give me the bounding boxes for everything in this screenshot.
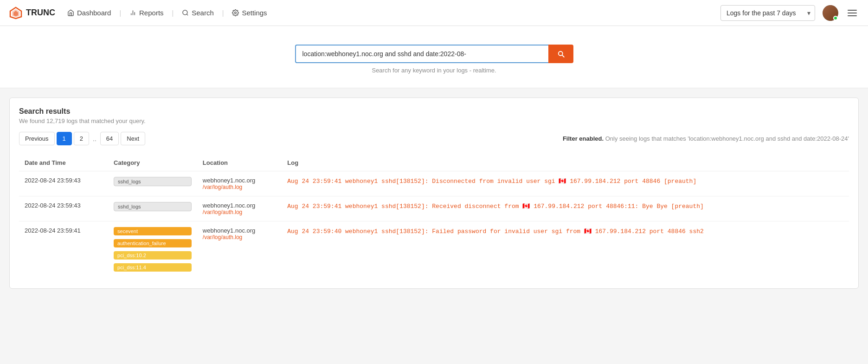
- brand-name: TRUNC: [26, 8, 55, 18]
- nav-item-reports[interactable]: Reports: [127, 7, 167, 19]
- logs-dropdown-wrap[interactable]: Logs for the past 7 days Logs for the pa…: [720, 5, 815, 21]
- logo-icon: [9, 6, 22, 20]
- location-path[interactable]: /var/log/auth.log: [203, 184, 276, 190]
- cell-location: webhoney1.noc.org/var/log/auth.log: [197, 221, 282, 280]
- prev-button[interactable]: Previous: [19, 132, 55, 145]
- cell-log: Aug 24 23:59:41 webhoney1 sshd[138152]: …: [282, 171, 849, 196]
- location-main: webhoney1.noc.org: [203, 202, 276, 209]
- search-icon: [182, 9, 189, 16]
- search-button[interactable]: [548, 45, 573, 63]
- hamburger-menu[interactable]: [846, 8, 859, 18]
- table-row: 2022-08-24 23:59:41seceventauthenticatio…: [19, 221, 849, 280]
- avatar-wrap[interactable]: [823, 5, 838, 21]
- search-section: Search for any keyword in your logs - re…: [0, 26, 868, 88]
- col-location: Location: [197, 155, 282, 171]
- table-row: 2022-08-24 23:59:43sshd_logswebhoney1.no…: [19, 171, 849, 196]
- filter-notice: Filter enabled. Only seeing logs that ma…: [563, 135, 849, 142]
- next-button[interactable]: Next: [121, 132, 145, 145]
- category-badge: authentication_failure: [114, 239, 192, 247]
- results-subtitle: We found 12,719 logs that matched your q…: [19, 117, 849, 124]
- logo: TRUNC: [9, 6, 55, 20]
- topbar: TRUNC Dashboard | Reports | Search | Set…: [0, 0, 868, 26]
- search-input[interactable]: [295, 45, 548, 63]
- cell-datetime: 2022-08-24 23:59:43: [19, 196, 108, 221]
- nav-item-settings[interactable]: Settings: [229, 7, 270, 19]
- page-ellipsis: ..: [91, 132, 98, 145]
- results-section: Search results We found 12,719 logs that…: [9, 98, 859, 289]
- filter-bold: Filter enabled.: [563, 135, 604, 142]
- col-datetime: Date and Time: [19, 155, 108, 171]
- category-badge: pci_dss:11.4: [114, 263, 192, 272]
- online-indicator: [833, 16, 838, 20]
- pagination-filter-row: Previous 1 2 .. 64 Next Filter enabled. …: [19, 132, 849, 145]
- bar-chart-icon: [129, 9, 136, 16]
- topbar-left: TRUNC Dashboard | Reports | Search | Set…: [9, 6, 270, 20]
- page-2-button[interactable]: 2: [74, 132, 89, 145]
- svg-line-7: [187, 14, 188, 15]
- menu-line-3: [848, 15, 857, 16]
- category-badge: secevent: [114, 227, 192, 235]
- nav-sep-3: |: [222, 9, 224, 17]
- table-body: 2022-08-24 23:59:43sshd_logswebhoney1.no…: [19, 171, 849, 280]
- location-main: webhoney1.noc.org: [203, 177, 276, 184]
- nav-sep-2: |: [172, 9, 174, 17]
- pagination: Previous 1 2 .. 64 Next: [19, 132, 145, 145]
- search-hint: Search for any keyword in your logs - re…: [372, 67, 496, 74]
- search-bar: [295, 45, 573, 63]
- log-table: Date and Time Category Location Log 2022…: [19, 155, 849, 279]
- cell-log: Aug 24 23:59:41 webhoney1 sshd[138152]: …: [282, 196, 849, 221]
- menu-line-2: [848, 13, 857, 13]
- cell-location: webhoney1.noc.org/var/log/auth.log: [197, 171, 282, 196]
- svg-point-8: [235, 12, 237, 14]
- cell-location: webhoney1.noc.org/var/log/auth.log: [197, 196, 282, 221]
- cell-log: Aug 24 23:59:40 webhoney1 sshd[138152]: …: [282, 221, 849, 280]
- category-badge: sshd_logs: [114, 202, 192, 211]
- category-badge: pci_dss:10.2: [114, 251, 192, 260]
- cell-category: sshd_logs: [108, 196, 197, 221]
- search-button-icon: [557, 50, 565, 58]
- cell-datetime: 2022-08-24 23:59:41: [19, 221, 108, 280]
- location-path[interactable]: /var/log/auth.log: [203, 209, 276, 215]
- nav-links: Dashboard | Reports | Search | Settings: [64, 7, 270, 19]
- cell-category: sshd_logs: [108, 171, 197, 196]
- category-badge: sshd_logs: [114, 177, 192, 186]
- results-title: Search results: [19, 107, 849, 116]
- col-log: Log: [282, 155, 849, 171]
- svg-point-6: [183, 10, 187, 15]
- nav-item-dashboard[interactable]: Dashboard: [64, 7, 114, 19]
- topbar-right: Logs for the past 7 days Logs for the pa…: [720, 5, 859, 21]
- table-header: Date and Time Category Location Log: [19, 155, 849, 171]
- page-64-button[interactable]: 64: [100, 132, 119, 145]
- gear-icon: [232, 9, 239, 16]
- page-1-button[interactable]: 1: [57, 132, 72, 145]
- nav-sep-1: |: [119, 9, 121, 17]
- filter-text: Only seeing logs that matches 'location:…: [604, 135, 849, 142]
- nav-item-search[interactable]: Search: [179, 7, 217, 19]
- logs-dropdown[interactable]: Logs for the past 7 days Logs for the pa…: [720, 5, 815, 21]
- menu-line-1: [848, 10, 857, 11]
- col-category: Category: [108, 155, 197, 171]
- location-main: webhoney1.noc.org: [203, 227, 276, 234]
- table-row: 2022-08-24 23:59:43sshd_logswebhoney1.no…: [19, 196, 849, 221]
- cell-category: seceventauthentication_failurepci_dss:10…: [108, 221, 197, 280]
- home-icon: [67, 9, 74, 16]
- cell-datetime: 2022-08-24 23:59:43: [19, 171, 108, 196]
- location-path[interactable]: /var/log/auth.log: [203, 234, 276, 240]
